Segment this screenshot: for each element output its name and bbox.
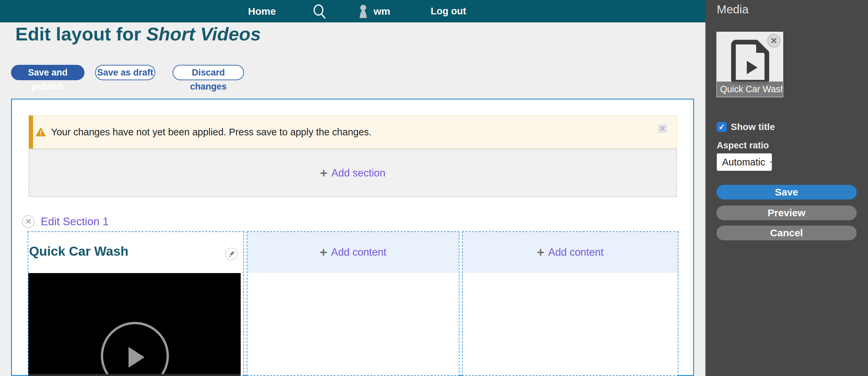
search-icon[interactable]	[312, 4, 328, 19]
video-file-icon	[731, 39, 770, 85]
sidebar-cancel-button[interactable]: Cancel	[716, 226, 857, 240]
video-controls-bar	[28, 374, 241, 376]
page-title: Edit layout for Short Videos	[16, 22, 650, 46]
pencil-icon	[228, 250, 236, 258]
plus-icon: +	[320, 167, 327, 179]
edit-section-link[interactable]: Edit Section 1	[41, 215, 109, 228]
chevron-down-icon	[770, 160, 772, 165]
plus-icon: +	[537, 246, 544, 259]
show-title-label: Show title	[731, 122, 775, 132]
unsaved-changes-warning: Your changes have not yet been applied. …	[29, 115, 677, 149]
show-title-setting: ✓ Show title	[717, 122, 775, 132]
plus-icon: +	[320, 246, 327, 259]
aspect-ratio-label: Aspect ratio	[717, 140, 769, 151]
sidebar-preview-button[interactable]: Preview	[716, 206, 857, 220]
layout-column-1: Quick Car Wash	[28, 231, 244, 376]
page-title-emphasis: Short Videos	[146, 23, 261, 45]
discard-changes-button[interactable]: Discard changes	[173, 65, 244, 80]
sidebar-save-button[interactable]: Save	[716, 185, 857, 200]
panel-title: Media	[717, 3, 748, 16]
media-caption: Quick Car Wash	[717, 82, 783, 97]
warning-dismiss-icon[interactable]: ✕	[658, 124, 667, 133]
remove-section-icon[interactable]: ✕	[22, 215, 35, 228]
user-avatar-icon	[356, 4, 371, 19]
page-title-prefix: Edit layout for	[16, 23, 146, 45]
aspect-ratio-select[interactable]: Automatic	[717, 153, 772, 171]
layout-editor-canvas: Your changes have not yet been applied. …	[11, 98, 694, 376]
add-content-button-col3[interactable]: + Add content	[463, 232, 678, 273]
layout-column-3: + Add content	[462, 231, 678, 376]
show-title-checkbox[interactable]: ✓	[717, 122, 727, 132]
remove-media-icon[interactable]: ✕	[767, 34, 780, 48]
add-section-label: Add section	[332, 167, 385, 179]
nav-logout-link[interactable]: Log out	[431, 0, 466, 22]
add-section-button[interactable]: + Add section	[29, 149, 677, 197]
add-content-label: Add content	[548, 246, 603, 258]
save-as-draft-button[interactable]: Save as draft	[95, 65, 155, 80]
edit-block-button[interactable]	[225, 248, 238, 260]
nav-username[interactable]: wm	[374, 0, 390, 22]
layout-column-2: + Add content	[247, 231, 459, 376]
save-and-publish-button[interactable]: Save and publish	[11, 65, 85, 80]
video-player[interactable]	[28, 273, 241, 376]
aspect-ratio-value: Automatic	[722, 157, 765, 168]
media-thumbnail: ✕ Quick Car Wash	[716, 32, 783, 97]
section-header: ✕ Edit Section 1	[22, 215, 109, 228]
warning-triangle-icon	[36, 128, 46, 137]
warning-message: Your changes have not yet been applied. …	[51, 127, 372, 138]
add-content-button-col2[interactable]: + Add content	[247, 232, 459, 273]
play-icon	[128, 347, 145, 368]
nav-home-link[interactable]: Home	[248, 0, 276, 22]
add-content-label: Add content	[331, 246, 386, 258]
media-settings-panel: Media ✕ Quick Car Wash ✓ Show title Aspe…	[705, 0, 868, 376]
video-block-heading: Quick Car Wash	[29, 244, 128, 259]
